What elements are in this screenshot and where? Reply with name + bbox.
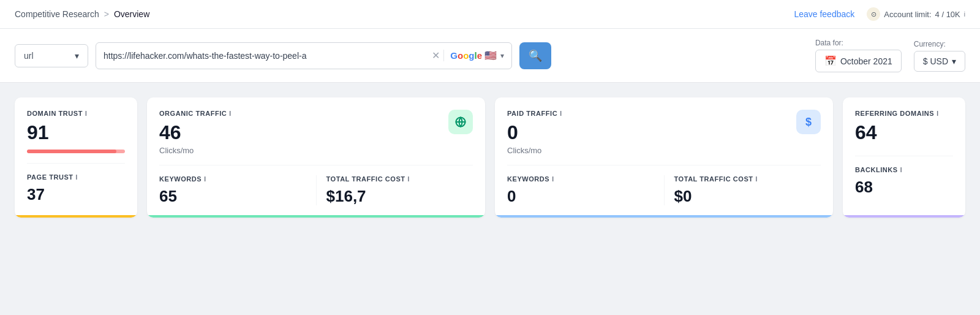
organic-keywords-info-icon[interactable]: i (204, 176, 206, 183)
url-type-label: url (24, 51, 34, 61)
account-limit-label: Account limit: (884, 10, 931, 19)
search-input-wrapper: ✕ Google 🇺🇸 ▾ (96, 42, 512, 69)
backlinks-section: BACKLINKS i 68 (855, 156, 953, 196)
page-trust-content: PAGE TRUST i 37 (27, 173, 78, 203)
card-accent-bar-referring (843, 215, 965, 218)
account-limit: ⊙ Account limit: 4 / 10K i (867, 7, 965, 21)
paid-keywords-label: KEYWORDS i (507, 175, 654, 183)
breadcrumb-current: Overview (114, 9, 149, 19)
search-button[interactable]: 🔍 (519, 42, 551, 69)
page-trust-section: PAGE TRUST i 37 (27, 164, 125, 203)
url-type-chevron: ▾ (75, 51, 79, 61)
backlinks-value: 68 (855, 178, 902, 196)
paid-keywords-value: 0 (507, 188, 654, 205)
leave-feedback-link[interactable]: Leave feedback (794, 9, 854, 19)
google-logo: Google (450, 50, 482, 61)
organic-traffic-card: ORGANIC TRAFFIC i 46 Clicks/mo KEYWORDS … (147, 97, 485, 218)
organic-traffic-top: ORGANIC TRAFFIC i 46 Clicks/mo (159, 110, 473, 165)
paid-keywords-section: KEYWORDS i 0 (507, 175, 664, 205)
organic-keywords-section: KEYWORDS i 65 (159, 175, 316, 205)
content-area: DOMAIN TRUST i 91 PAGE TRUST i 37 (0, 83, 980, 232)
organic-traffic-cost-value: $16,7 (326, 188, 473, 205)
clear-button[interactable]: ✕ (428, 50, 443, 61)
engine-chevron-icon[interactable]: ▾ (500, 51, 504, 60)
paid-traffic-cost-value: $0 (674, 188, 821, 205)
breadcrumb-parent[interactable]: Competitive Research (15, 9, 99, 19)
currency-picker-button[interactable]: $ USD ▾ (914, 51, 965, 72)
paid-traffic-card: $ PAID TRAFFIC i 0 Clicks/mo KEYWORDS i … (495, 97, 833, 218)
referring-domains-top: REFERRING DOMAINS i 64 (855, 110, 953, 156)
referring-domains-value: 64 (855, 122, 953, 143)
data-controls: Data for: 📅 October 2021 Currency: $ USD… (815, 39, 965, 72)
backlinks-content: BACKLINKS i 68 (855, 166, 902, 196)
paid-traffic-bottom: KEYWORDS i 0 TOTAL TRAFFIC COST i $0 (507, 165, 821, 205)
account-limit-icon: ⊙ (867, 7, 880, 21)
referring-domains-info-icon[interactable]: i (937, 110, 938, 117)
header-right: Leave feedback ⊙ Account limit: 4 / 10K … (794, 7, 965, 21)
paid-traffic-cost-section: TOTAL TRAFFIC COST i $0 (664, 175, 821, 205)
organic-traffic-cost-label: TOTAL TRAFFIC COST i (326, 175, 473, 183)
organic-traffic-label: ORGANIC TRAFFIC i (159, 110, 473, 117)
domain-trust-progress (27, 150, 125, 153)
card-accent-bar-organic (147, 215, 485, 218)
card-accent-bar (15, 215, 137, 218)
organic-keywords-value: 65 (159, 188, 306, 205)
organic-traffic-subtext: Clicks/mo (159, 146, 473, 155)
organic-traffic-value: 46 (159, 122, 473, 143)
card-accent-bar-paid (495, 215, 833, 218)
organic-traffic-bottom: KEYWORDS i 65 TOTAL TRAFFIC COST i $16,7 (159, 165, 473, 205)
referring-domains-card: REFERRING DOMAINS i 64 BACKLINKS i 68 (843, 97, 965, 218)
organic-traffic-info-icon[interactable]: i (229, 110, 231, 117)
organic-traffic-cost-info-icon[interactable]: i (408, 176, 410, 183)
paid-traffic-subtext: Clicks/mo (507, 146, 821, 155)
paid-traffic-cost-info-icon[interactable]: i (756, 176, 758, 183)
currency-label: Currency: (914, 40, 965, 48)
paid-keywords-info-icon[interactable]: i (552, 176, 554, 183)
data-for-label: Data for: (815, 39, 902, 47)
account-limit-info-icon[interactable]: i (964, 11, 965, 18)
currency-control-group: Currency: $ USD ▾ (914, 40, 965, 72)
backlinks-label: BACKLINKS i (855, 166, 902, 173)
breadcrumb: Competitive Research > Overview (15, 9, 149, 19)
paid-traffic-top: PAID TRAFFIC i 0 Clicks/mo (507, 110, 821, 165)
search-icon: 🔍 (529, 49, 542, 63)
url-type-select[interactable]: url ▾ (15, 44, 88, 67)
account-limit-value: 4 / 10K (935, 10, 960, 19)
domain-trust-label: DOMAIN TRUST i (27, 110, 125, 117)
header: Competitive Research > Overview Leave fe… (0, 0, 980, 29)
calendar-icon: 📅 (824, 55, 837, 67)
search-bar: url ▾ ✕ Google 🇺🇸 ▾ 🔍 Data for: 📅 Octobe… (0, 29, 980, 83)
date-value: October 2021 (840, 56, 892, 66)
domain-trust-section: DOMAIN TRUST i 91 (27, 110, 125, 164)
search-input[interactable] (104, 51, 428, 61)
paid-traffic-value: 0 (507, 122, 821, 143)
paid-traffic-label: PAID TRAFFIC i (507, 110, 821, 117)
backlinks-info-icon[interactable]: i (900, 167, 902, 173)
date-picker-button[interactable]: 📅 October 2021 (815, 50, 902, 72)
paid-traffic-cost-label: TOTAL TRAFFIC COST i (674, 175, 821, 183)
domain-trust-progress-fill (27, 150, 116, 153)
search-engine-group: Google 🇺🇸 ▾ (443, 50, 504, 61)
currency-value: $ USD (923, 56, 948, 66)
page-trust-value: 37 (27, 186, 78, 203)
paid-traffic-info-icon[interactable]: i (560, 110, 562, 117)
organic-traffic-cost-section: TOTAL TRAFFIC COST i $16,7 (316, 175, 473, 205)
domain-trust-info-icon[interactable]: i (85, 110, 87, 117)
referring-domains-label: REFERRING DOMAINS i (855, 110, 953, 117)
breadcrumb-separator: > (104, 9, 109, 19)
page-trust-info-icon[interactable]: i (76, 174, 78, 181)
date-control-group: Data for: 📅 October 2021 (815, 39, 902, 72)
country-flag: 🇺🇸 (484, 50, 497, 61)
organic-badge (448, 110, 473, 134)
domain-trust-value: 91 (27, 122, 125, 143)
domain-page-trust-card: DOMAIN TRUST i 91 PAGE TRUST i 37 (15, 97, 137, 218)
organic-keywords-label: KEYWORDS i (159, 175, 306, 183)
paid-badge: $ (796, 110, 821, 134)
page-trust-label: PAGE TRUST i (27, 173, 78, 181)
currency-chevron-icon: ▾ (952, 56, 956, 66)
